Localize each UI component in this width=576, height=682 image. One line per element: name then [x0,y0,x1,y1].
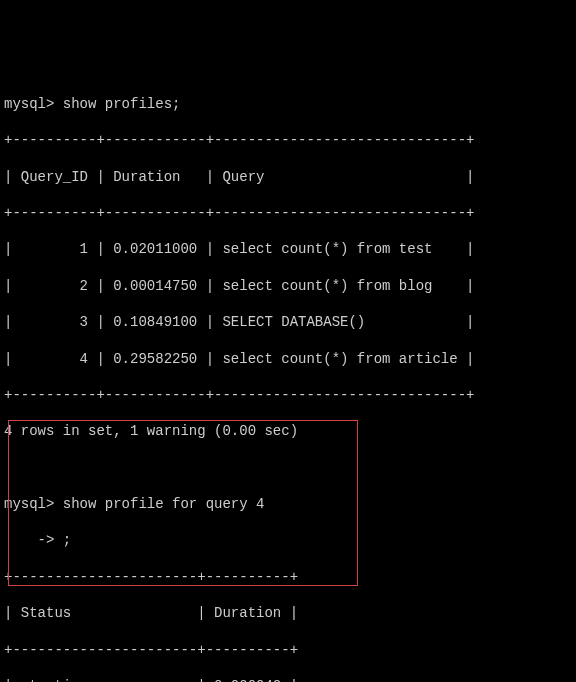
table2-sep-top: +----------------------+----------+ [4,568,572,586]
table1-sep-top: +----------+------------+---------------… [4,131,572,149]
result-1: 4 rows in set, 1 warning (0.00 sec) [4,422,572,440]
table2-header: | Status | Duration | [4,604,572,622]
table1-header: | Query_ID | Duration | Query | [4,168,572,186]
table2-sep-mid: +----------------------+----------+ [4,641,572,659]
table1-sep-bot: +----------+------------+---------------… [4,386,572,404]
mysql-prompt-2: mysql> show profile for query 4 [4,495,572,513]
terminal-output: mysql> show profiles; +----------+------… [4,77,572,682]
blank-line [4,459,572,477]
mysql-prompt-2-cont: -> ; [4,531,572,549]
table1-row: | 4 | 0.29582250 | select count(*) from … [4,350,572,368]
table1-sep-mid: +----------+------------+---------------… [4,204,572,222]
mysql-prompt-1: mysql> show profiles; [4,95,572,113]
table1-row: | 2 | 0.00014750 | select count(*) from … [4,277,572,295]
table1-row: | 3 | 0.10849100 | SELECT DATABASE() | [4,313,572,331]
table2-row: | starting | 0.000042 | [4,677,572,682]
table1-row: | 1 | 0.02011000 | select count(*) from … [4,240,572,258]
